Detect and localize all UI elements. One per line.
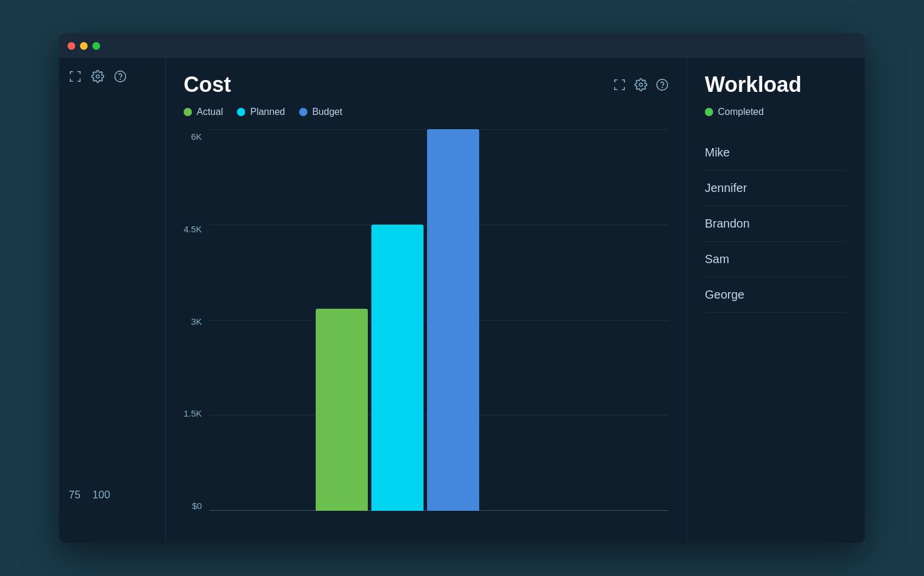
team-member-george: George (705, 277, 847, 313)
bar-budget (427, 129, 479, 511)
close-button[interactable] (68, 42, 75, 50)
bar-planned (371, 225, 424, 511)
svg-point-5 (662, 87, 663, 88)
cost-panel: Cost (166, 58, 687, 543)
settings-icon[interactable] (91, 70, 104, 83)
axis-label-100: 100 (92, 489, 110, 501)
svg-point-0 (96, 75, 100, 78)
sidebar-icons (69, 70, 156, 83)
svg-point-1 (115, 71, 126, 82)
completed-dot (705, 108, 713, 116)
legend-actual-label: Actual (197, 107, 223, 117)
workload-title: Workload (705, 72, 847, 97)
team-member-mike: Mike (705, 135, 847, 171)
y-label-45k: 4.5K (184, 224, 202, 234)
bar-actual (316, 309, 368, 511)
workload-legend: Completed (705, 107, 847, 117)
budget-dot (299, 108, 307, 116)
cost-expand-icon[interactable] (613, 78, 626, 91)
svg-point-2 (120, 79, 121, 79)
sidebar-axis: 75 100 (69, 107, 156, 531)
cost-title: Cost (184, 72, 231, 97)
axis-labels: 75 100 (69, 489, 156, 501)
chart-plot (209, 129, 669, 529)
y-label-6k: 6K (191, 132, 202, 142)
cost-panel-icons (613, 78, 669, 91)
team-member-jennifer: Jennifer (705, 171, 847, 206)
minimize-button[interactable] (80, 42, 88, 50)
chart-bars-container (209, 129, 669, 529)
chart-area: 6K 4.5K 3K 1.5K $0 (184, 129, 669, 529)
legend-planned: Planned (237, 107, 285, 117)
legend-budget: Budget (299, 107, 342, 117)
svg-point-3 (639, 83, 643, 87)
legend-planned-label: Planned (250, 107, 285, 117)
legend-actual: Actual (184, 107, 223, 117)
cost-help-icon[interactable] (656, 78, 669, 91)
main-content: 75 100 Cost (59, 58, 865, 543)
cost-settings-icon[interactable] (634, 78, 647, 91)
y-label-3k: 3K (191, 316, 202, 327)
team-member-brandon: Brandon (705, 206, 847, 242)
y-axis: 6K 4.5K 3K 1.5K $0 (184, 129, 209, 529)
svg-point-4 (657, 79, 668, 90)
bars-group (316, 129, 479, 511)
workload-panel: Workload Completed Mike Jennifer Brandon… (687, 58, 865, 543)
axis-label-75: 75 (69, 489, 81, 501)
maximize-button[interactable] (92, 42, 100, 50)
titlebar (59, 33, 865, 58)
y-label-0: $0 (192, 501, 202, 511)
actual-dot (184, 108, 192, 116)
team-list: Mike Jennifer Brandon Sam George (705, 135, 847, 313)
cost-panel-header: Cost (184, 72, 669, 97)
legend-budget-label: Budget (312, 107, 342, 117)
app-window: 75 100 Cost (59, 33, 865, 543)
y-label-15k: 1.5K (184, 408, 202, 418)
planned-dot (237, 108, 245, 116)
completed-label: Completed (718, 107, 763, 117)
expand-icon[interactable] (69, 70, 82, 83)
sidebar-panel: 75 100 (59, 58, 166, 543)
cost-legend: Actual Planned Budget (184, 107, 669, 117)
help-icon[interactable] (114, 70, 127, 83)
team-member-sam: Sam (705, 242, 847, 277)
